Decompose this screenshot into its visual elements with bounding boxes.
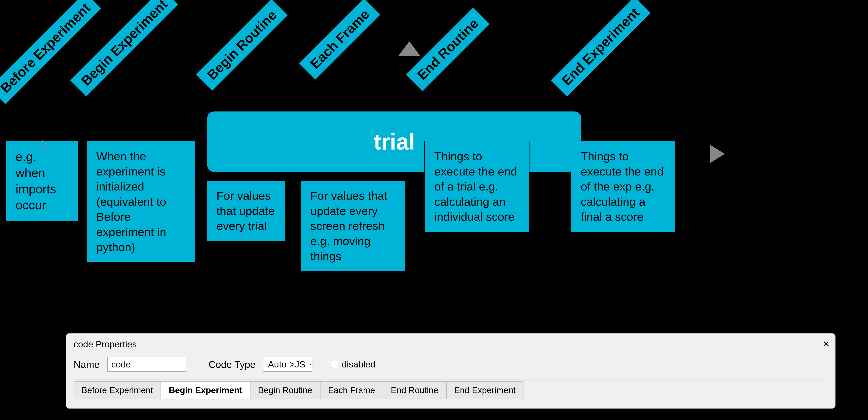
content-end-routine: Things to execute the end of a trial e.g…	[424, 141, 529, 232]
header-each-frame: Each Frame	[298, 0, 381, 80]
tab-before-experiment[interactable]: Before Experiment	[73, 381, 161, 399]
tab-end-routine[interactable]: End Routine	[383, 381, 446, 399]
tab-begin-experiment[interactable]: Begin Experiment	[161, 381, 250, 399]
content-before-experiment: e.g. when imports occur	[6, 141, 79, 221]
code-type-label: Code Type	[209, 359, 256, 370]
header-begin-routine: Begin Routine	[195, 0, 288, 92]
tab-end-experiment[interactable]: End Experiment	[446, 381, 524, 399]
tab-begin-routine[interactable]: Begin Routine	[250, 381, 320, 399]
end-experiment-arrow	[710, 144, 725, 163]
code-type-select[interactable]: Auto->JS Py JS Auto->Py Both	[263, 357, 312, 372]
line-before-experiment	[42, 140, 43, 151]
dialog-tabs: Before Experiment Begin Experiment Begin…	[73, 379, 828, 399]
disabled-checkbox-row: disabled	[331, 359, 375, 369]
tab-each-frame[interactable]: Each Frame	[320, 381, 383, 399]
content-end-experiment: Things to execute the end of the exp e.g…	[571, 141, 676, 232]
header-end-experiment: End Experiment	[550, 0, 651, 97]
content-begin-experiment: When the experiment is initialized (equi…	[86, 141, 195, 263]
content-each-frame: For values that update every screen refr…	[301, 180, 406, 272]
disabled-label: disabled	[342, 359, 375, 369]
dialog-fields-row: Name Code Type Auto->JS Py JS Auto->Py B…	[73, 357, 828, 372]
dialog-close-button[interactable]: ×	[823, 337, 830, 350]
content-begin-routine: For values that update every trial	[207, 180, 285, 242]
dialog-title: code Properties	[73, 339, 828, 349]
diagram-area: Before Experiment e.g. when imports occu…	[0, 0, 868, 282]
name-input[interactable]	[107, 357, 186, 372]
disabled-checkbox[interactable]	[331, 361, 338, 368]
name-label: Name	[73, 359, 100, 370]
code-properties-dialog: code Properties × Name Code Type Auto->J…	[66, 333, 836, 409]
each-frame-arrow-indicator	[398, 41, 421, 56]
